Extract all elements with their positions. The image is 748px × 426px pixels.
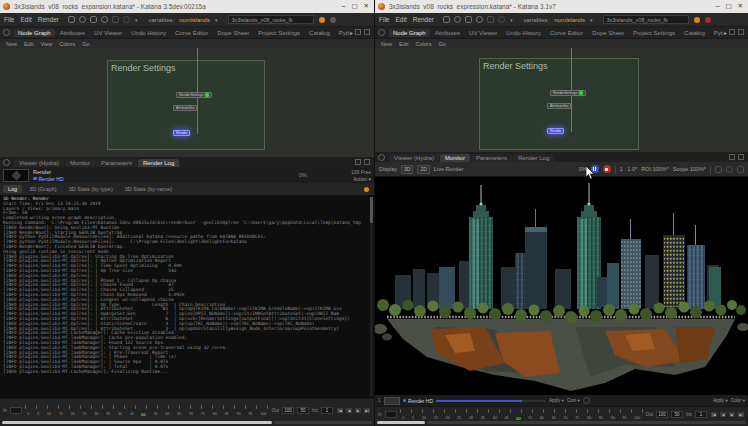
gear-icon[interactable] — [378, 154, 385, 161]
search-icon[interactable] — [465, 16, 472, 23]
gear-icon[interactable] — [3, 159, 10, 166]
apply-dropdown-2[interactable]: Apply ▾ — [713, 398, 728, 403]
maximize-button[interactable]: ▢ — [351, 3, 357, 10]
render-status-icon[interactable] — [319, 17, 325, 23]
overlay-icon[interactable] — [737, 166, 744, 173]
main-tab[interactable]: Python — [710, 29, 723, 37]
catalog-thumbnail[interactable] — [384, 397, 400, 405]
nodegraph-menu-item[interactable]: Colors — [59, 41, 75, 47]
attributeset-node[interactable]: AttributeSet — [173, 105, 197, 111]
timeline-scrollbar[interactable] — [375, 420, 748, 426]
tab-viewer-hydra[interactable]: Viewer (Hydra) — [14, 159, 64, 167]
back-icon[interactable] — [443, 16, 450, 23]
back-icon[interactable] — [68, 16, 75, 23]
tab-render-log[interactable]: Render Log — [513, 154, 554, 162]
render-log-output[interactable]: 3D Render: RenderStart Time: Fri Dec 13 … — [0, 195, 374, 398]
nodegraph-menu-item[interactable]: View — [41, 41, 53, 47]
main-tab[interactable]: Dope Sheet — [213, 29, 253, 37]
nodegraph-menu-item[interactable]: Colors — [416, 41, 432, 47]
close-button[interactable]: ✕ — [738, 3, 743, 10]
transport-button[interactable]: ◀ — [345, 407, 353, 414]
main-tab[interactable]: Curve Editor — [546, 29, 587, 37]
transport-button[interactable]: ▶ — [354, 407, 362, 414]
minimize-button[interactable]: – — [716, 3, 720, 10]
out-field[interactable]: 100 — [282, 407, 294, 414]
close-button[interactable]: ✕ — [364, 3, 369, 10]
tab-overflow-icon[interactable]: ▸ — [350, 29, 353, 36]
chevron-down-icon[interactable]: ▾ — [510, 17, 513, 23]
filename-field[interactable]: 3x3islands_v08_rocks_fk — [228, 15, 314, 24]
inc-field[interactable]: 1 — [695, 411, 707, 418]
roi-level[interactable]: ROI 100%* — [641, 166, 669, 172]
search-icon[interactable] — [90, 16, 97, 23]
render-status-icon[interactable] — [694, 17, 700, 23]
nodegraph-menu-item[interactable]: Go — [82, 41, 89, 47]
main-tab[interactable]: Catalog — [680, 29, 709, 37]
pane-menu-icon[interactable] — [738, 154, 744, 160]
main-tab[interactable]: Undo History — [127, 29, 170, 37]
main-tab[interactable]: Node Graph — [14, 29, 55, 37]
pixel-probe-icon[interactable] — [726, 166, 733, 173]
menu-item[interactable]: File — [379, 16, 389, 23]
title-bar[interactable]: 3x3islands_v08_rocks_expression.katana* … — [375, 0, 748, 13]
variables-value[interactable]: numIslands — [554, 17, 585, 23]
split-pane-icon[interactable] — [729, 154, 735, 160]
pane-icon[interactable] — [3, 29, 10, 36]
menu-item[interactable]: Edit — [20, 16, 31, 23]
link-icon[interactable] — [583, 397, 590, 404]
main-tab[interactable]: Project Settings — [629, 29, 679, 37]
view-2d-button[interactable]: 2D — [417, 165, 429, 174]
display-dropdown[interactable]: Display — [379, 166, 397, 172]
in-field[interactable] — [10, 407, 22, 414]
menu-item[interactable]: Render — [413, 16, 434, 23]
tab-parameters[interactable]: Parameters — [96, 159, 137, 167]
pause-button[interactable] — [591, 165, 599, 173]
filename-field[interactable]: 3x3islands_v08_rocks_fk — [603, 15, 689, 24]
stop-button[interactable] — [603, 165, 611, 173]
pane-menu-icon[interactable] — [364, 159, 370, 165]
tab-monitor[interactable]: Monitor — [440, 154, 470, 162]
pane-menu-icon[interactable] — [738, 29, 744, 35]
transport-button[interactable]: ▶ — [728, 411, 736, 418]
stop-status-icon[interactable] — [705, 17, 711, 23]
main-tab[interactable]: Undo History — [502, 29, 545, 37]
transport-button[interactable]: |◀ — [336, 407, 344, 414]
main-tab[interactable]: Node Graph — [389, 29, 430, 37]
transport-button[interactable]: ▶| — [363, 407, 371, 414]
tab-monitor[interactable]: Monitor — [65, 159, 95, 167]
split-pane-icon[interactable] — [729, 29, 735, 35]
catalog-entry-name[interactable]: Render HD — [403, 398, 434, 404]
action-dropdown[interactable]: Action ▾ — [353, 176, 371, 182]
timeline-scrollbar[interactable] — [0, 420, 374, 426]
tab-render-log[interactable]: Render Log — [138, 159, 179, 167]
flag-icon[interactable] — [487, 16, 494, 23]
nodegraph-menu-item[interactable]: Edit — [24, 41, 33, 47]
pause-icon[interactable] — [498, 16, 505, 23]
main-tab[interactable]: Attributes — [56, 29, 89, 37]
render-name[interactable]: Render HD — [33, 176, 64, 182]
main-tab[interactable]: Python — [335, 29, 349, 37]
nodegraph-menu-item[interactable]: New — [381, 41, 392, 47]
color-channel-dropdown[interactable]: Color ▾ — [731, 398, 745, 403]
inc-field[interactable]: 1 — [321, 407, 333, 414]
scope-level[interactable]: Scope 100%* — [673, 166, 706, 172]
out-field[interactable]: 100 — [656, 411, 668, 418]
tab-viewer-hydra[interactable]: Viewer (Hydra) — [389, 154, 439, 162]
in-field[interactable] — [385, 411, 397, 418]
frame-ruler[interactable]: 0510152025303540455055606570758085909510… — [25, 404, 269, 416]
main-tab[interactable]: Project Settings — [254, 29, 304, 37]
minimize-button[interactable]: – — [342, 3, 346, 10]
maximize-button[interactable]: ▢ — [725, 3, 731, 10]
pan-icon[interactable] — [715, 166, 722, 173]
gear-icon[interactable] — [79, 16, 86, 23]
flag-icon[interactable] — [112, 16, 119, 23]
variables-value[interactable]: numIslands — [179, 17, 210, 23]
transport-button[interactable]: ◀ — [719, 411, 727, 418]
pane-menu-icon[interactable] — [364, 29, 370, 35]
rendersettings-node[interactable]: RenderSettings — [550, 90, 586, 96]
viewed-dot-icon[interactable] — [579, 91, 583, 95]
node-graph-canvas[interactable]: Render Settings RenderSettings Attribute… — [375, 48, 748, 152]
nodegraph-menu-item[interactable]: Go — [438, 41, 445, 47]
render-icon[interactable] — [476, 16, 483, 23]
main-tab[interactable]: Curve Editor — [171, 29, 212, 37]
